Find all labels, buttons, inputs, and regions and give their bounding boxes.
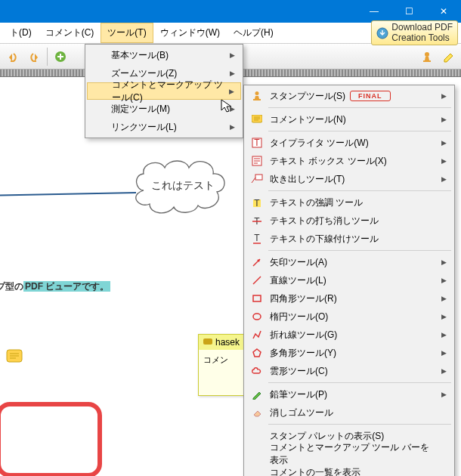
svg-text:T: T xyxy=(254,233,260,243)
note-icon[interactable] xyxy=(6,349,23,364)
body-char: 、 xyxy=(0,364,7,378)
submenu-highlight-tool[interactable]: T テキストの強調 ツール xyxy=(246,193,453,212)
strikeout-icon: T xyxy=(250,214,264,227)
submenu-pencil-tool[interactable]: 鉛筆ツール(P)▶ xyxy=(246,385,453,403)
highlight-icon: T xyxy=(250,196,264,209)
polygon-icon xyxy=(250,346,264,360)
note-icon xyxy=(250,113,264,126)
window-close-button[interactable]: ✕ xyxy=(426,0,461,23)
arrow-right-icon: ▶ xyxy=(441,92,447,100)
window-maximize-button[interactable]: ☐ xyxy=(391,0,426,23)
arrow-right-icon: ▶ xyxy=(230,123,235,131)
polyline-icon xyxy=(250,328,264,342)
underline-icon: T xyxy=(250,232,264,246)
svg-text:T: T xyxy=(254,138,260,148)
submenu-comment-markup-tools[interactable]: コメントとマークアップ ツール(C)▶ xyxy=(87,82,241,100)
window-minimize-button[interactable]: — xyxy=(357,0,391,23)
arrow-right-icon: ▶ xyxy=(441,391,447,398)
submenu-comment-tool[interactable]: コメントツール(N)▶ xyxy=(246,110,453,128)
submenu-oval-tool[interactable]: 楕円ツール(O)▶ xyxy=(246,308,453,326)
body-text: プ型のPDF ビューアです。 xyxy=(0,279,110,293)
menu-help[interactable]: ヘルプ(H) xyxy=(227,23,280,43)
oval-icon xyxy=(250,310,264,323)
menubar: ト(D) コメント(C) ツール(T) ウィンドウ(W) ヘルプ(H) Down… xyxy=(0,23,461,44)
svg-line-2 xyxy=(0,193,136,196)
svg-line-27 xyxy=(253,277,261,284)
submenu-strikeout-tool[interactable]: T テキストの打ち消しツール xyxy=(246,212,453,230)
menu-document[interactable]: ト(D) xyxy=(3,23,39,43)
cloud-text: これはテスト xyxy=(151,179,215,193)
tools-submenu: 基本ツール(B)▶ ズームツール(Z)▶ コメントとマークアップ ツール(C)▶… xyxy=(85,44,243,138)
callout-icon xyxy=(250,172,264,186)
svg-rect-28 xyxy=(253,295,261,301)
arrow-right-icon: ▶ xyxy=(229,88,234,95)
arrow-right-icon: ▶ xyxy=(441,277,447,284)
submenu-basic-tools[interactable]: 基本ツール(B)▶ xyxy=(87,46,241,64)
window-titlebar: — ☐ ✕ xyxy=(0,0,461,23)
svg-rect-8 xyxy=(203,338,212,345)
svg-text:T: T xyxy=(254,198,260,208)
toolbar-add-icon[interactable] xyxy=(52,48,69,65)
menu-comment[interactable]: コメント(C) xyxy=(39,23,101,43)
submenu-typewriter-tool[interactable]: T タイプライタ ツール(W)▶ xyxy=(246,134,453,152)
arrow-right-icon: ▶ xyxy=(441,331,447,338)
arrow-right-icon: ▶ xyxy=(441,313,447,320)
toolbar-highlight-icon[interactable] xyxy=(440,48,456,65)
svg-point-29 xyxy=(253,314,261,320)
submenu-polygon-tool[interactable]: 多角形ツール(Y)▶ xyxy=(246,344,453,362)
submenu-cloud-tool[interactable]: 雲形ツール(C)▶ xyxy=(246,362,453,380)
arrow-right-icon: ▶ xyxy=(441,349,447,357)
typewriter-icon: T xyxy=(250,136,264,150)
textbox-icon xyxy=(250,154,264,168)
arrow-right-icon: ▶ xyxy=(230,51,235,59)
comment-icon xyxy=(203,338,212,346)
submenu-textbox-tool[interactable]: テキスト ボックス ツール(X)▶ xyxy=(246,152,453,170)
submenu-show-comment-list[interactable]: コメントの一覧を表示 xyxy=(246,463,453,476)
menu-tools[interactable]: ツール(T) xyxy=(101,23,153,43)
download-icon xyxy=(376,27,388,39)
svg-rect-19 xyxy=(255,175,262,180)
arrow-right-icon: ▶ xyxy=(441,295,447,302)
arrow-right-icon: ▶ xyxy=(441,367,447,375)
arrow-right-icon: ▶ xyxy=(230,105,235,113)
stamp-icon xyxy=(250,89,264,103)
menu-window[interactable]: ウィンドウ(W) xyxy=(153,23,227,43)
arrow-right-icon: ▶ xyxy=(441,116,447,123)
arrow-right-icon: ▶ xyxy=(230,70,235,77)
submenu-underline-tool[interactable]: T テキストの下線付けツール xyxy=(246,230,453,248)
download-pdf-tools-button[interactable]: Download PDFCreation Tools xyxy=(371,20,458,45)
toolbar-stamp-icon[interactable] xyxy=(419,48,435,65)
arrow-annotation xyxy=(0,192,144,199)
arrow-right-icon: ▶ xyxy=(441,139,447,147)
arrow-right-icon: ▶ xyxy=(441,157,447,165)
submenu-rectangle-tool[interactable]: 四角形ツール(R)▶ xyxy=(246,289,453,308)
line-icon xyxy=(250,274,264,287)
cloud-icon xyxy=(250,364,264,378)
toolbar-undo-icon[interactable] xyxy=(5,48,21,65)
submenu-arrow-tool[interactable]: 矢印ツール(A)▶ xyxy=(246,253,453,271)
arrow-right-icon: ▶ xyxy=(441,258,447,266)
final-stamp-badge: FINAL xyxy=(350,91,391,101)
submenu-polyline-tool[interactable]: 折れ線ツール(G)▶ xyxy=(246,326,453,344)
markup-submenu: スタンプツール(S) FINAL ▶ コメントツール(N)▶ T タイプライタ … xyxy=(243,85,455,476)
submenu-measure-tools[interactable]: 測定ツール(M)▶ xyxy=(87,100,241,118)
pencil-icon xyxy=(250,388,264,401)
submenu-eraser-tool[interactable]: 消しゴムツール xyxy=(246,403,453,422)
arrow-right-icon: ▶ xyxy=(441,175,447,183)
submenu-link-tools[interactable]: リンクツール(L)▶ xyxy=(87,118,241,136)
submenu-show-markup-toolbar[interactable]: コメントとマークアップ ツール バーを表示 xyxy=(246,445,453,463)
red-rectangle-annotation xyxy=(0,402,102,476)
submenu-stamp-tool[interactable]: スタンプツール(S) FINAL ▶ xyxy=(246,87,453,105)
rectangle-icon xyxy=(250,292,264,305)
toolbar-redo-icon[interactable] xyxy=(26,48,42,65)
eraser-icon xyxy=(250,406,264,419)
submenu-callout-tool[interactable]: 吹き出しツール(T)▶ xyxy=(246,170,453,188)
submenu-line-tool[interactable]: 直線ツール(L)▶ xyxy=(246,271,453,289)
arrow-icon xyxy=(250,255,264,269)
